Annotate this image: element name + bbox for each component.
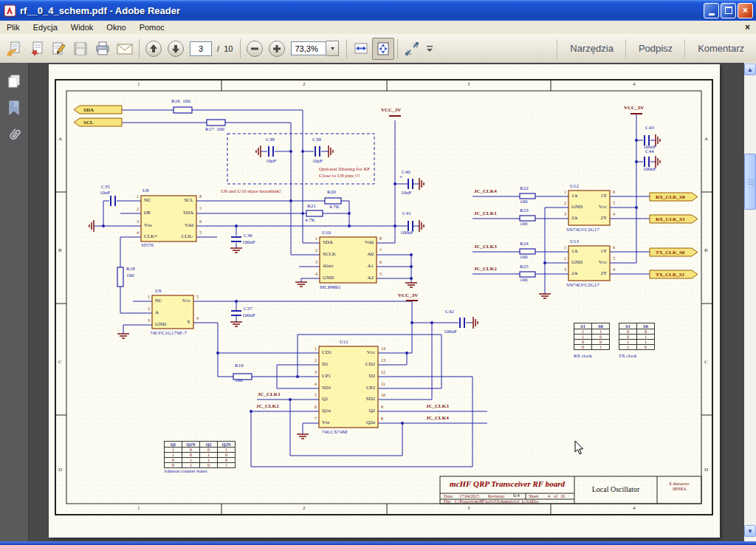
save-icon (72, 41, 89, 57)
close-button[interactable]: × (738, 3, 753, 18)
email-button[interactable] (114, 38, 136, 60)
restore-button[interactable] (721, 3, 736, 18)
minimize-button[interactable] (704, 3, 719, 18)
bookmarks-icon[interactable] (6, 100, 22, 116)
create-pdf-button[interactable] (25, 38, 47, 60)
menu-pomoc[interactable]: Pomoc (133, 21, 171, 33)
chevron-down-icon (425, 44, 434, 53)
save-button[interactable] (69, 38, 92, 60)
up-arrow-icon (145, 40, 162, 58)
sign-icon (50, 41, 66, 57)
tools-panel-button[interactable]: Narzędzia (558, 43, 625, 54)
sign-button[interactable] (47, 38, 69, 60)
zoom-out-button[interactable] (244, 38, 266, 60)
fit-page-button[interactable] (372, 38, 394, 60)
hide-toolbar-icon[interactable]: × (745, 22, 750, 32)
fit-width-button[interactable] (350, 38, 372, 60)
toolbar: / 10 73,3% ▼ Narzędzia Podpisz (0, 34, 756, 64)
menu-widok[interactable]: Widok (64, 21, 100, 33)
scrollbar-thumb[interactable] (744, 154, 756, 210)
menu-plik[interactable]: Plik (0, 21, 27, 33)
zoom-level-value[interactable]: 73,3% (291, 41, 326, 55)
toolbar-overflow-button[interactable] (423, 38, 436, 60)
minus-icon (246, 40, 264, 58)
email-icon (116, 41, 134, 57)
reading-mode-button[interactable] (401, 38, 423, 60)
zoom-dropdown-button[interactable]: ▼ (326, 41, 339, 56)
window-title: rf__0_4_schem.pdf - Adobe Reader (20, 5, 704, 16)
vertical-scrollbar[interactable]: ▲ ▼ (744, 63, 756, 541)
plus-icon (268, 40, 286, 58)
open-button[interactable] (3, 38, 25, 60)
open-icon (6, 41, 22, 57)
adobe-reader-window: rf__0_4_schem.pdf - Adobe Reader × Plik … (0, 0, 756, 545)
down-arrow-icon (167, 40, 185, 58)
page-number-input[interactable] (190, 41, 212, 56)
comment-panel-button[interactable]: Komentarz (686, 43, 756, 54)
attachments-icon[interactable] (6, 126, 22, 143)
resize-arrows-icon (404, 41, 420, 57)
zoom-in-button[interactable] (266, 38, 288, 60)
print-icon (94, 41, 111, 57)
scroll-down-button[interactable]: ▼ (744, 525, 756, 537)
scroll-up-button[interactable]: ▲ (744, 64, 756, 75)
page-total: / 10 (215, 44, 233, 53)
menu-bar: Plik Edycja Widok Okno Pomoc × (0, 21, 756, 35)
fit-width-icon (353, 41, 369, 57)
title-bar: rf__0_4_schem.pdf - Adobe Reader × (0, 0, 756, 21)
menu-edycja[interactable]: Edycja (27, 21, 64, 33)
fit-page-icon (375, 41, 391, 57)
pdf-page (49, 64, 720, 538)
sign-panel-button[interactable]: Podpisz (627, 43, 684, 54)
navigation-pane-strip (0, 63, 29, 541)
page-thumbnails-icon[interactable] (6, 73, 22, 89)
create-pdf-icon (28, 41, 44, 57)
menu-okno[interactable]: Okno (100, 21, 132, 33)
previous-page-button[interactable] (142, 38, 165, 60)
window-bottom-border (0, 541, 756, 545)
mouse-cursor (574, 440, 585, 459)
document-area: ▲ ▼ (0, 63, 756, 541)
print-button[interactable] (92, 38, 114, 60)
pdf-app-icon (4, 4, 16, 17)
next-page-button[interactable] (165, 38, 187, 60)
